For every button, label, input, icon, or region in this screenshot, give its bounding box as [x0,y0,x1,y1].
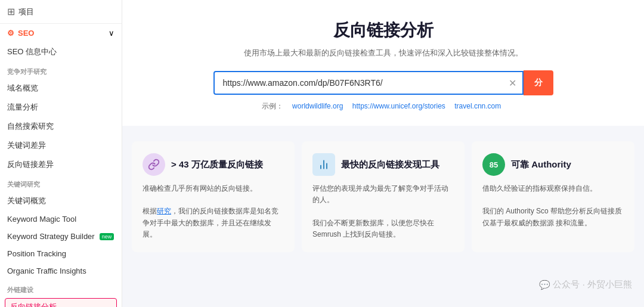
authority-score-icon: 85 [482,153,505,176]
example-row: 示例： worldwildlife.org https://www.unicef… [146,101,620,111]
example-link-2[interactable]: https://www.unicef.org/stories [352,102,445,110]
page-title: 反向链接分析 [146,19,620,42]
example-link-3[interactable]: travel.cnn.com [454,102,501,110]
search-bar: ✕ 分 [146,70,620,95]
card-icon-row-2: 最快的反向链接发现工具 [312,153,454,176]
sidebar-top-project[interactable]: ⊞ 项目 [0,0,122,24]
sidebar-item-traffic-analysis[interactable]: 流量分析 [0,98,122,117]
card-authority-desc: 借助久经验证的指标观察保持自信。 我们的 Authority Sco 帮助您分析… [482,183,624,229]
main-content: 反向链接分析 使用市场上最大和最新的反向链接检查工具，快速评估和深入比较链接整体… [122,0,644,252]
watermark-icon: 💬 [539,280,550,290]
example-label: 示例： [262,102,283,110]
sidebar-item-keyword-magic-tool[interactable]: Keyword Magic Tool [0,210,122,228]
clear-icon[interactable]: ✕ [509,77,516,89]
watermark-text: 公众号 · 外贸小巨熊 [553,279,632,290]
section-label-keyword: 关键词研究 [0,174,122,191]
seo-label: SEO [18,29,34,38]
card-fastest-headline: 最快的反向链接发现工具 [341,159,439,170]
search-button[interactable]: 分 [524,70,553,95]
research-link[interactable]: 研究 [157,207,171,215]
sidebar-item-keyword-overview[interactable]: 关键词概览 [0,191,122,210]
sidebar-item-backlink-gap[interactable]: 反向链接差异 [0,155,122,174]
card-backlinks: > 43 万亿质量反向链接 准确检查几乎所有网站的反向链接。 根据研究，我们的反… [132,141,295,252]
card-backlinks-desc: 准确检查几乎所有网站的反向链接。 根据研究，我们的反向链接数据库是知名竞争对手中… [143,183,284,240]
card-icon-row-3: 85 可靠 Authority [482,153,624,176]
section-label-link-building: 外链建设 [0,280,122,297]
hero-section: 反向链接分析 使用市场上最大和最新的反向链接检查工具，快速评估和深入比较链接整体… [122,0,644,126]
sidebar-seo-left: ⚙ SEO [7,29,34,38]
sidebar-item-label: SEO 信息中心 [7,46,57,57]
cards-section: > 43 万亿质量反向链接 准确检查几乎所有网站的反向链接。 根据研究，我们的反… [122,132,644,252]
sidebar-item-position-tracking[interactable]: Position Tracking [0,245,122,262]
sidebar-item-keyword-gap[interactable]: 关键词差异 [0,136,122,155]
backlink-icon [143,153,165,176]
example-link-1[interactable]: worldwildlife.org [292,102,343,110]
watermark: 💬 公众号 · 外贸小巨熊 [539,279,632,290]
card-icon-row-1: > 43 万亿质量反向链接 [143,153,284,176]
chart-icon [312,153,335,176]
card-fastest: 最快的反向链接发现工具 评估您的表现并成为最先了解竞争对手活动的人。 我们会不断… [302,141,465,252]
sidebar-item-domain-overview[interactable]: 域名概览 [0,79,122,98]
card-backlinks-headline: > 43 万亿质量反向链接 [171,159,263,170]
new-badge: new [100,233,114,240]
seo-icon: ⚙ [7,29,14,38]
search-input[interactable] [221,72,509,94]
sidebar-item-organic-traffic[interactable]: Organic Traffic Insights [0,262,122,280]
sidebar-item-backlink-analytics[interactable]: 反向链接分析 [5,298,117,307]
sidebar-item-keyword-strategy-builder[interactable]: Keyword Strategy Builder new [0,228,122,245]
sidebar-item-organic-research[interactable]: 自然搜索研究 [0,117,122,136]
card-fastest-desc: 评估您的表现并成为最先了解竞争对手活动的人。 我们会不断更新数据库，以便您尽快在… [312,183,454,240]
sidebar-seo-header[interactable]: ⚙ SEO ∨ [0,24,122,42]
sidebar: ⊞ 项目 ⚙ SEO ∨ SEO 信息中心 竞争对手研究 域名概览 流量分析 自… [0,0,122,307]
hero-subtitle: 使用市场上最大和最新的反向链接检查工具，快速评估和深入比较链接整体情况。 [146,48,620,58]
chevron-down-icon: ∨ [109,29,114,38]
search-input-container: ✕ [213,71,524,95]
sidebar-item-seo-info[interactable]: SEO 信息中心 [0,42,122,61]
section-label-competitor: 竞争对手研究 [0,61,122,79]
sidebar-top-label: 项目 [18,7,34,17]
project-icon: ⊞ [7,6,15,17]
card-authority: 85 可靠 Authority 借助久经验证的指标观察保持自信。 我们的 Aut… [472,141,634,252]
card-authority-headline: 可靠 Authority [511,159,571,170]
